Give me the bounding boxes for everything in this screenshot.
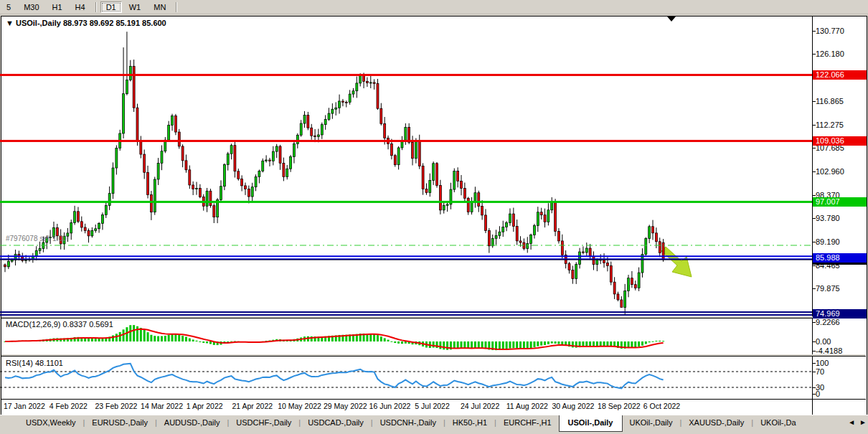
- date-tick-label: 30 Aug 2022: [552, 402, 594, 410]
- chart-symbol-label: USOil-,Daily: [16, 19, 61, 27]
- price-tick-label: 93.780: [816, 214, 840, 222]
- price-line-label: 74.969: [813, 309, 867, 319]
- price-tick-label: 79.875: [816, 284, 840, 293]
- price-tick-label: 102.960: [816, 167, 844, 176]
- date-tick-label: 1 Apr 2022: [187, 402, 223, 410]
- rsi-scale-label: 0: [816, 390, 820, 398]
- price-tick-label: 89.190: [816, 237, 840, 246]
- period-button-5[interactable]: 5: [1, 1, 16, 13]
- date-tick-label: 29 May 2022: [324, 402, 367, 410]
- chart-tab-usdcad-daily[interactable]: USDCAD-,Daily: [301, 415, 371, 430]
- period-button-d1[interactable]: D1: [100, 1, 122, 13]
- price-tick-label: 126.180: [816, 49, 844, 58]
- tab-scroll-right-icon[interactable]: ►: [859, 418, 867, 426]
- rsi-indicator-label: RSI(14) 48.1101: [6, 359, 63, 367]
- price-line-label: 109.036: [813, 136, 867, 146]
- date-tick-label: 5 Jul 2022: [415, 402, 449, 410]
- chart-tab-eurchf-h1[interactable]: EURCHF-,H1: [496, 415, 559, 430]
- macd-scale-label: 9.2266: [816, 318, 840, 326]
- date-tick-label: 17 Jan 2022: [4, 402, 45, 410]
- date-tick-label: 10 May 2022: [278, 402, 321, 410]
- price-line-label: 97.007: [813, 197, 867, 207]
- rsi-panel-border: [1, 356, 866, 357]
- date-tick-label: 14 Mar 2022: [141, 402, 183, 410]
- chart-tab-eurusd-daily[interactable]: EURUSD-,Daily: [85, 415, 155, 430]
- chart-tab-ukoil-daily[interactable]: UKOil-,Daily: [623, 415, 680, 430]
- order-annotation-label[interactable]: #7976078 sell 1.00: [6, 235, 67, 242]
- price-tick-label: 112.275: [816, 121, 844, 129]
- period-button-mn[interactable]: MN: [148, 1, 171, 13]
- macd-panel-border: [1, 318, 866, 319]
- tab-scrollers: ◄ ►: [848, 418, 867, 426]
- chart-tab-usoil-daily[interactable]: USOil-,Daily: [559, 415, 623, 432]
- chart-tab-usdchf-daily[interactable]: USDCHF-,Daily: [229, 415, 298, 430]
- price-tick-label: 130.770: [816, 27, 844, 35]
- period-button-h4[interactable]: H4: [70, 1, 91, 13]
- chart-tab-hk50-h1[interactable]: HK50-,H1: [445, 415, 494, 430]
- macd-indicator-label: MACD(12,26,9) 0.8337 0.5691: [6, 320, 113, 329]
- date-tick-label: 18 Sep 2022: [598, 402, 641, 410]
- chart-title: ▼ USOil-,Daily 88.973 89.692 85.191 85.6…: [6, 19, 166, 27]
- chart-dropdown-icon[interactable]: ▼: [6, 19, 14, 27]
- rsi-scale-label: 70: [816, 367, 824, 376]
- chart-tab-usdcnh-daily[interactable]: USDCNH-,Daily: [373, 415, 443, 430]
- macd-scale-label: 0.00: [816, 337, 831, 346]
- chart-tab-ukoil-da[interactable]: UKOil-,Da: [753, 415, 803, 430]
- macd-scale-label: -4.4188: [816, 346, 842, 355]
- period-button-h1[interactable]: H1: [47, 1, 68, 13]
- price-line-label: 122.066: [813, 70, 867, 80]
- tab-scroll-left-icon[interactable]: ◄: [848, 418, 855, 426]
- chart-tab-bar: USDX,Weekly|EURUSD-,Daily|AUDUSD-,Daily|…: [0, 415, 868, 434]
- date-tick-label: 23 Feb 2022: [95, 402, 137, 410]
- price-line-label: 85.988: [813, 253, 867, 263]
- date-tick-label: 21 Apr 2022: [232, 402, 273, 410]
- date-tick-label: 4 Feb 2022: [49, 402, 88, 410]
- chart-ohlc-values: 88.973 89.692 85.191 85.600: [63, 19, 166, 27]
- period-toolbar: 5M30H1H4D1W1MN: [0, 0, 868, 14]
- date-tick-label: 24 Jul 2022: [461, 402, 499, 410]
- chart-tab-usdx-weekly[interactable]: USDX,Weekly: [19, 415, 82, 430]
- date-tick-label: 16 Jun 2022: [369, 402, 411, 410]
- chart-tab-audusd-daily[interactable]: AUDUSD-,Daily: [157, 415, 227, 430]
- date-tick-label: 6 Oct 2022: [643, 402, 680, 410]
- date-tick-label: 11 Aug 2022: [506, 402, 548, 410]
- price-tick-label: 116.865: [816, 97, 844, 105]
- toolbar-separator: [95, 2, 96, 12]
- chart-tab-xauusd-daily[interactable]: XAUUSD-,Daily: [681, 415, 751, 430]
- period-button-w1[interactable]: W1: [123, 1, 147, 13]
- toolbar-separator: [176, 2, 176, 12]
- period-button-m30[interactable]: M30: [18, 1, 44, 13]
- time-axis[interactable]: 17 Jan 20224 Feb 202223 Feb 202214 Mar 2…: [0, 400, 868, 414]
- rsi-scale-label: 100: [816, 359, 829, 367]
